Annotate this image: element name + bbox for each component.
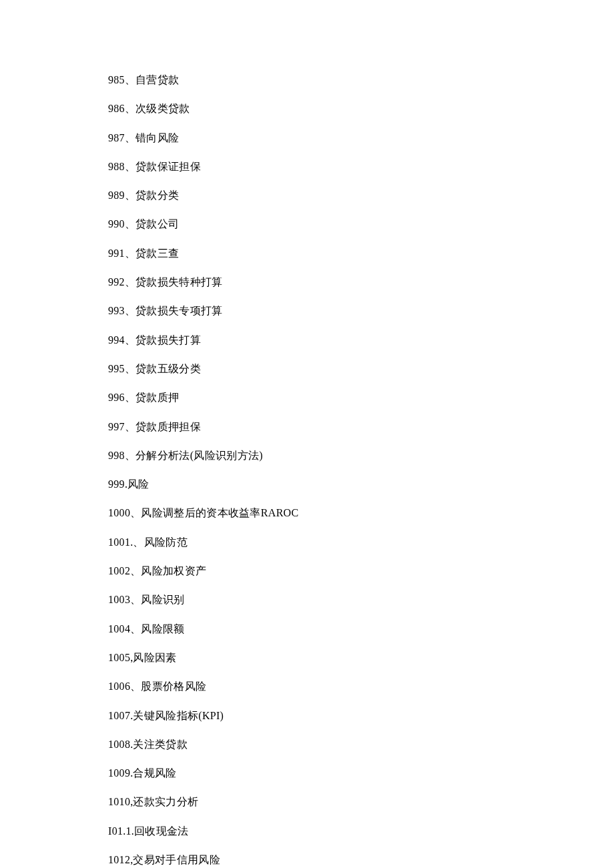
list-item: 995、贷款五级分类 <box>108 362 614 376</box>
list-item: 998、分解分析法(风险识别方法) <box>108 449 614 463</box>
list-item: 996、贷款质押 <box>108 391 614 405</box>
list-item: 1001.、风险防范 <box>108 536 614 550</box>
list-item: 1002、风险加权资产 <box>108 564 614 578</box>
list-item: 988、贷款保证担保 <box>108 160 614 174</box>
list-item: 993、贷款损失专项打算 <box>108 304 614 318</box>
list-item: 1010,还款实力分析 <box>108 795 614 809</box>
list-item: 1004、风险限额 <box>108 622 614 636</box>
list-item: 1005,风险因素 <box>108 651 614 665</box>
list-item: 999.风险 <box>108 478 614 492</box>
list-item: 1009.合规风险 <box>108 767 614 781</box>
list-item: 992、贷款损失特种打算 <box>108 276 614 290</box>
list-item: 1008.关注类贷款 <box>108 738 614 752</box>
list-item: 1006、股票价格风险 <box>108 680 614 694</box>
list-item: 985、自营贷款 <box>108 73 614 87</box>
list-item: 986、次级类贷款 <box>108 102 614 116</box>
list-item: 1007.关键风险指标(KPI) <box>108 709 614 723</box>
list-item: 991、贷款三查 <box>108 247 614 261</box>
list-item: 1000、风险调整后的资本收益率RAROC <box>108 506 614 520</box>
list-item: 990、贷款公司 <box>108 218 614 232</box>
list-item: I01.1.回收现金法 <box>108 825 614 839</box>
list-item: 994、贷款损失打算 <box>108 334 614 348</box>
document-list: 985、自营贷款 986、次级类贷款 987、错向风险 988、贷款保证担保 9… <box>108 73 614 867</box>
list-item: 1003、风险识别 <box>108 593 614 607</box>
list-item: 1012,交易对手信用风险 <box>108 853 614 867</box>
list-item: 989、贷款分类 <box>108 189 614 203</box>
list-item: 997、贷款质押担保 <box>108 420 614 434</box>
list-item: 987、错向风险 <box>108 131 614 145</box>
